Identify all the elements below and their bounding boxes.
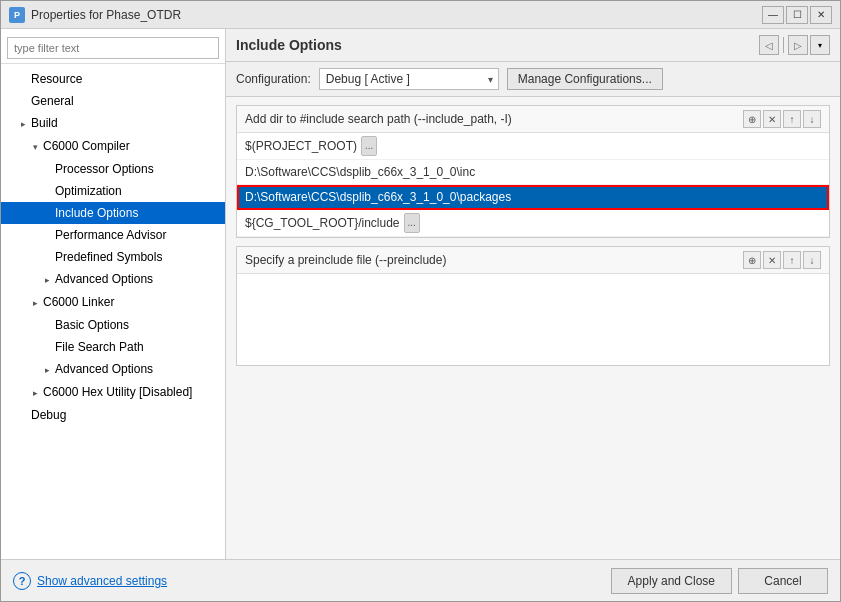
tree-arrow-c6000-linker: ▸ (33, 294, 43, 312)
sidebar-item-label-advanced-options-compiler: Advanced Options (55, 272, 153, 286)
preinclude-toolbar: ⊕ ✕ ↑ ↓ (743, 251, 821, 269)
include-item-badge-cg-tool-root: ... (404, 213, 420, 233)
tree-arrow-build: ▸ (21, 115, 31, 133)
sidebar-item-label-performance-advisor: Performance Advisor (55, 228, 166, 242)
preinclude-header: Specify a preinclude file (--preinclude)… (237, 247, 829, 274)
main-header: Include Options ◁ ▷ ▾ (226, 29, 840, 62)
include-path-title: Add dir to #include search path (--inclu… (245, 112, 512, 126)
sidebar-item-file-search-path[interactable]: File Search Path (1, 336, 225, 358)
sidebar-item-advanced-options-linker[interactable]: ▸ Advanced Options (1, 358, 225, 381)
title-bar: P Properties for Phase_OTDR — ☐ ✕ (1, 1, 840, 29)
window-title: Properties for Phase_OTDR (31, 8, 762, 22)
filter-box (1, 33, 225, 64)
include-item-text-dsplib-inc: D:\Software\CCS\dsplib_c66x_3_1_0_0\inc (245, 163, 475, 181)
preinclude-title: Specify a preinclude file (--preinclude) (245, 253, 446, 267)
include-item-text-project-root: $(PROJECT_ROOT) (245, 137, 357, 155)
preinclude-remove-button[interactable]: ✕ (763, 251, 781, 269)
footer: ? Show advanced settings Apply and Close… (1, 559, 840, 601)
sidebar-item-include-options[interactable]: Include Options (1, 202, 225, 224)
tree-arrow-c6000-compiler: ▾ (33, 138, 43, 156)
sidebar-item-label-c6000-hex: C6000 Hex Utility [Disabled] (43, 385, 192, 399)
preinclude-add-button[interactable]: ⊕ (743, 251, 761, 269)
close-button[interactable]: ✕ (810, 6, 832, 24)
include-item-badge-project-root: ... (361, 136, 377, 156)
window-icon: P (9, 7, 25, 23)
include-path-section: Add dir to #include search path (--inclu… (236, 105, 830, 238)
main-content: Include Options ◁ ▷ ▾ Configuration: Deb… (226, 29, 840, 559)
title-bar-buttons: — ☐ ✕ (762, 6, 832, 24)
advanced-settings-link[interactable]: Show advanced settings (37, 574, 167, 588)
sidebar-item-label-general: General (31, 94, 74, 108)
cancel-button[interactable]: Cancel (738, 568, 828, 594)
sidebar-item-label-optimization: Optimization (55, 184, 122, 198)
footer-right: Apply and Close Cancel (611, 568, 828, 594)
maximize-button[interactable]: ☐ (786, 6, 808, 24)
config-select-wrap: Debug [ Active ] (319, 68, 499, 90)
sidebar-item-c6000-compiler[interactable]: ▾ C6000 Compiler (1, 135, 225, 158)
include-item-text-dsplib-packages: D:\Software\CCS\dsplib_c66x_3_1_0_0\pack… (245, 188, 511, 206)
help-icon[interactable]: ? (13, 572, 31, 590)
footer-left: ? Show advanced settings (13, 572, 167, 590)
config-select[interactable]: Debug [ Active ] (319, 68, 499, 90)
minimize-button[interactable]: — (762, 6, 784, 24)
include-down-button[interactable]: ↓ (803, 110, 821, 128)
config-bar: Configuration: Debug [ Active ] Manage C… (226, 62, 840, 97)
include-item-cg-tool-root[interactable]: ${CG_TOOL_ROOT}/include... (237, 210, 829, 237)
content-area: Resource General▸ Build▾ C6000 Compiler … (1, 29, 840, 559)
sidebar-item-label-predefined-symbols: Predefined Symbols (55, 250, 162, 264)
filter-input[interactable] (7, 37, 219, 59)
include-path-toolbar: ⊕ ✕ ↑ ↓ (743, 110, 821, 128)
sidebar-item-c6000-linker[interactable]: ▸ C6000 Linker (1, 291, 225, 314)
include-item-project-root[interactable]: $(PROJECT_ROOT)... (237, 133, 829, 160)
tree-arrow-c6000-hex: ▸ (33, 384, 43, 402)
include-path-header: Add dir to #include search path (--inclu… (237, 106, 829, 133)
panel-area: Add dir to #include search path (--inclu… (226, 97, 840, 559)
sidebar-item-label-resource: Resource (31, 72, 82, 86)
sidebar-item-label-build: Build (31, 116, 58, 130)
sidebar-item-predefined-symbols[interactable]: Predefined Symbols (1, 246, 225, 268)
include-item-dsplib-packages[interactable]: D:\Software\CCS\dsplib_c66x_3_1_0_0\pack… (237, 185, 829, 210)
sidebar-item-basic-options[interactable]: Basic Options (1, 314, 225, 336)
sidebar-item-performance-advisor[interactable]: Performance Advisor (1, 224, 225, 246)
sidebar-item-general[interactable]: General (1, 90, 225, 112)
sidebar-item-advanced-options-compiler[interactable]: ▸ Advanced Options (1, 268, 225, 291)
sidebar-item-label-advanced-options-linker: Advanced Options (55, 362, 153, 376)
sidebar-item-label-c6000-linker: C6000 Linker (43, 295, 114, 309)
sidebar-item-label-file-search-path: File Search Path (55, 340, 144, 354)
properties-window: P Properties for Phase_OTDR — ☐ ✕ Resour… (0, 0, 841, 602)
main-title: Include Options (236, 37, 342, 53)
sidebar-item-c6000-hex[interactable]: ▸ C6000 Hex Utility [Disabled] (1, 381, 225, 404)
sidebar-item-processor-options[interactable]: Processor Options (1, 158, 225, 180)
sidebar-item-label-include-options: Include Options (55, 206, 138, 220)
sidebar-item-resource[interactable]: Resource (1, 68, 225, 90)
sidebar-item-debug[interactable]: Debug (1, 404, 225, 426)
apply-close-button[interactable]: Apply and Close (611, 568, 732, 594)
sidebar-item-label-processor-options: Processor Options (55, 162, 154, 176)
include-remove-button[interactable]: ✕ (763, 110, 781, 128)
sidebar-item-optimization[interactable]: Optimization (1, 180, 225, 202)
config-label: Configuration: (236, 72, 311, 86)
forward-button[interactable]: ▷ (788, 35, 808, 55)
preinclude-section: Specify a preinclude file (--preinclude)… (236, 246, 830, 366)
sidebar-item-label-c6000-compiler: C6000 Compiler (43, 139, 130, 153)
nav-arrows: ◁ ▷ ▾ (759, 35, 830, 55)
include-list: $(PROJECT_ROOT)...D:\Software\CCS\dsplib… (237, 133, 829, 237)
sidebar-item-label-basic-options: Basic Options (55, 318, 129, 332)
include-up-button[interactable]: ↑ (783, 110, 801, 128)
tree-arrow-advanced-options-compiler: ▸ (45, 271, 55, 289)
sidebar-item-build[interactable]: ▸ Build (1, 112, 225, 135)
sidebar: Resource General▸ Build▾ C6000 Compiler … (1, 29, 226, 559)
sidebar-item-label-debug: Debug (31, 408, 66, 422)
include-item-dsplib-inc[interactable]: D:\Software\CCS\dsplib_c66x_3_1_0_0\inc (237, 160, 829, 185)
nav-separator (783, 37, 784, 53)
preinclude-down-button[interactable]: ↓ (803, 251, 821, 269)
back-button[interactable]: ◁ (759, 35, 779, 55)
include-add-button[interactable]: ⊕ (743, 110, 761, 128)
preinclude-up-button[interactable]: ↑ (783, 251, 801, 269)
include-item-text-cg-tool-root: ${CG_TOOL_ROOT}/include (245, 214, 400, 232)
nav-dropdown-button[interactable]: ▾ (810, 35, 830, 55)
manage-configurations-button[interactable]: Manage Configurations... (507, 68, 663, 90)
tree-arrow-advanced-options-linker: ▸ (45, 361, 55, 379)
